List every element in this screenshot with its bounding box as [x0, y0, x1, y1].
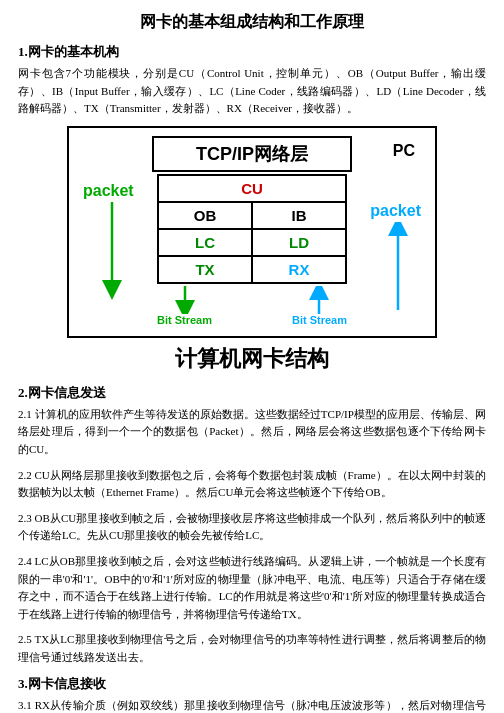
pc-label: PC [393, 142, 415, 160]
section2-item-2: 2.2 CU从网络层那里接收到数据包之后，会将每个数据包封装成帧（Frame）。… [18, 467, 486, 502]
section1-heading: 1.网卡的基本机构 [18, 43, 486, 61]
section2: 2.网卡信息发送 2.1 计算机的应用软件产生等待发送的原始数据。这些数据经过T… [18, 384, 486, 667]
section2-heading: 2.网卡信息发送 [18, 384, 486, 402]
section3: 3.网卡信息接收 3.1 RX从传输介质（例如双绞线）那里接收到物理信号（脉冲电… [18, 675, 486, 714]
section3-item-1: 3.1 RX从传输介质（例如双绞线）那里接收到物理信号（脉冲电压波波形等），然后… [18, 697, 486, 714]
bit-stream-right: Bit Stream [292, 314, 347, 326]
network-card-diagram: PC TCP/IP网络层 packet [67, 126, 437, 374]
ld-cell: LD [252, 229, 346, 256]
section3-heading: 3.网卡信息接收 [18, 675, 486, 693]
section1-text: 网卡包含7个功能模块，分别是CU（Control Unit，控制单元）、OB（O… [18, 65, 486, 118]
cu-cell: CU [158, 175, 346, 202]
diagram-caption: 计算机网卡结构 [67, 344, 437, 374]
page-title: 网卡的基本组成结构和工作原理 [18, 12, 486, 33]
ob-cell: OB [158, 202, 252, 229]
bit-stream-left: Bit Stream [157, 314, 212, 326]
ib-cell: IB [252, 202, 346, 229]
lc-cell: LC [158, 229, 252, 256]
section2-item-3: 2.3 OB从CU那里接收到帧之后，会被物理接收层序将这些帧排成一个队列，然后将… [18, 510, 486, 545]
component-grid: CU OB IB LC LD TX RX [157, 174, 347, 284]
section1: 1.网卡的基本机构 网卡包含7个功能模块，分别是CU（Control Unit，… [18, 43, 486, 118]
section2-item-1: 2.1 计算机的应用软件产生等待发送的原始数据。这些数据经过TCP/IP模型的应… [18, 406, 486, 459]
section2-item-4: 2.4 LC从OB那里接收到帧之后，会对这些帧进行线路编码。从逻辑上讲，一个帧就… [18, 553, 486, 623]
section2-item-5: 2.5 TX从LC那里接收到物理信号之后，会对物理信号的功率等特性进行调整，然后… [18, 631, 486, 666]
rx-cell: RX [252, 256, 346, 283]
tcp-box: TCP/IP网络层 [152, 136, 352, 172]
packet-left-label: packet [83, 182, 134, 200]
packet-right-label: packet [370, 202, 421, 220]
tx-cell: TX [158, 256, 252, 283]
